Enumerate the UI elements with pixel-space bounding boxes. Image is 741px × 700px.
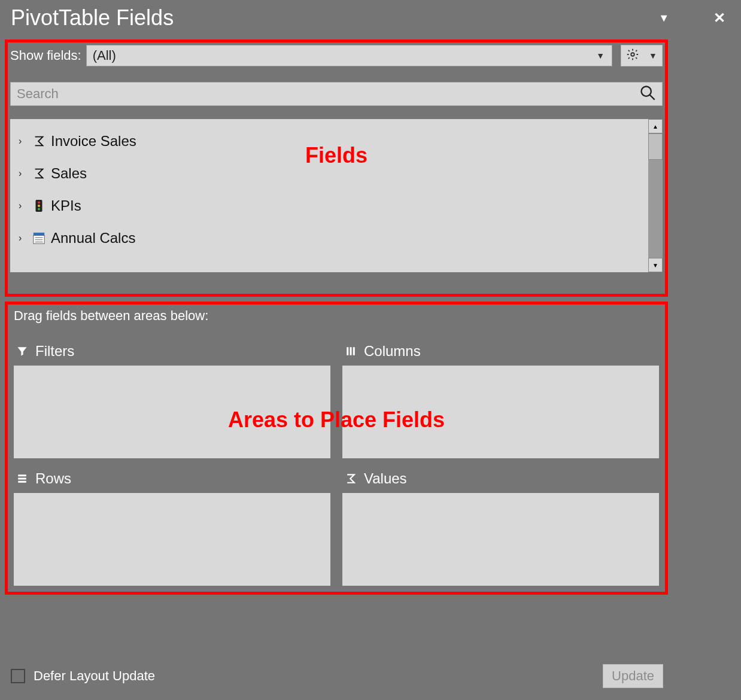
field-item-kpis[interactable]: › KPIs <box>13 190 646 222</box>
scroll-thumb[interactable] <box>648 133 663 160</box>
chevron-right-icon: › <box>19 136 31 147</box>
svg-rect-7 <box>34 233 44 236</box>
svg-point-5 <box>38 205 40 207</box>
kpi-icon <box>31 199 47 212</box>
rows-icon <box>16 473 28 485</box>
columns-icon <box>345 345 357 357</box>
rows-area: Rows <box>14 468 330 586</box>
sigma-icon <box>31 167 47 180</box>
svg-rect-13 <box>350 347 352 355</box>
filters-dropzone[interactable] <box>14 366 330 458</box>
defer-layout-checkbox[interactable] <box>11 669 25 683</box>
chevron-right-icon: › <box>19 233 31 244</box>
svg-point-6 <box>38 208 40 210</box>
columns-dropzone[interactable] <box>342 366 659 458</box>
table-icon <box>31 232 47 245</box>
search-icon <box>639 84 656 104</box>
values-dropzone[interactable] <box>342 493 659 586</box>
field-label: Sales <box>47 165 87 182</box>
filters-label: Filters <box>35 343 74 360</box>
chevron-down-icon: ▼ <box>649 51 657 60</box>
field-label: Invoice Sales <box>47 133 136 150</box>
rows-dropzone[interactable] <box>14 493 330 586</box>
svg-point-4 <box>38 201 40 203</box>
svg-rect-17 <box>18 481 26 483</box>
show-fields-dropdown[interactable]: (All) ▼ <box>86 45 612 66</box>
search-input[interactable]: Search <box>10 82 663 106</box>
scroll-up-button[interactable]: ▲ <box>648 119 663 133</box>
fields-section: Show fields: (All) ▼ ▼ Search <box>5 39 668 297</box>
search-placeholder: Search <box>17 86 639 102</box>
field-label: KPIs <box>47 197 81 214</box>
columns-area: Columns <box>342 340 659 458</box>
svg-line-2 <box>650 95 655 100</box>
values-label: Values <box>364 470 407 487</box>
rows-label: Rows <box>35 470 71 487</box>
footer-row: Defer Layout Update Update <box>11 664 663 688</box>
show-fields-value: (All) <box>93 48 116 63</box>
svg-point-1 <box>642 87 651 96</box>
close-button[interactable]: ✕ <box>709 7 730 29</box>
svg-rect-12 <box>347 347 348 355</box>
field-item-annual-calcs[interactable]: › Annual Calcs <box>13 222 646 254</box>
settings-button[interactable]: ▼ <box>621 45 663 66</box>
fields-list-container: › Invoice Sales › Sales › <box>10 119 663 272</box>
pane-title: PivotTable Fields <box>11 5 174 31</box>
show-fields-label: Show fields: <box>10 48 86 63</box>
field-item-sales[interactable]: › Sales <box>13 157 646 190</box>
values-area: Values <box>342 468 659 586</box>
defer-layout-label: Defer Layout Update <box>34 668 155 684</box>
chevron-down-icon: ▼ <box>596 51 605 60</box>
filters-area: Filters <box>14 340 330 458</box>
sigma-icon <box>31 135 47 148</box>
field-label: Annual Calcs <box>47 230 135 246</box>
update-button[interactable]: Update <box>603 664 663 688</box>
svg-rect-15 <box>18 474 26 476</box>
drag-instruction-label: Drag fields between areas below: <box>14 308 659 324</box>
pane-header: PivotTable Fields ▼ ✕ <box>0 0 741 36</box>
show-fields-row: Show fields: (All) ▼ ▼ <box>10 45 663 66</box>
gear-icon <box>626 48 639 63</box>
pane-menu-dropdown[interactable]: ▼ <box>655 8 673 28</box>
areas-grid: Filters Columns <box>14 340 659 586</box>
svg-rect-14 <box>353 347 355 355</box>
scroll-down-button[interactable]: ▼ <box>648 258 663 272</box>
field-item-invoice-sales[interactable]: › Invoice Sales <box>13 125 646 157</box>
svg-rect-16 <box>18 478 26 480</box>
fields-list: › Invoice Sales › Sales › <box>10 119 648 272</box>
scrollbar[interactable]: ▲ ▼ <box>648 119 663 272</box>
svg-point-0 <box>631 53 634 56</box>
areas-section: Drag fields between areas below: Filters <box>5 302 668 595</box>
svg-rect-8 <box>34 235 44 244</box>
sigma-icon <box>345 473 357 485</box>
chevron-right-icon: › <box>19 168 31 179</box>
funnel-icon <box>16 345 28 357</box>
columns-label: Columns <box>364 343 421 360</box>
chevron-right-icon: › <box>19 200 31 211</box>
